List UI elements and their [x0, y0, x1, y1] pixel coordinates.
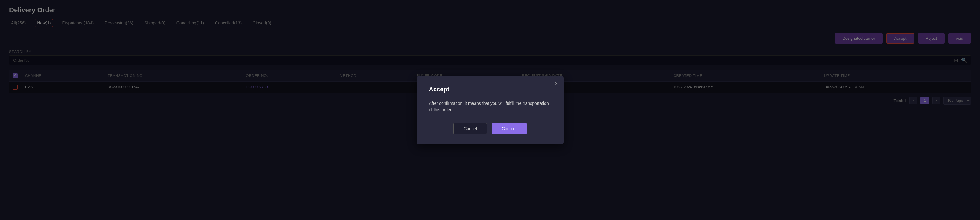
modal-box: Accept × After confirmation, it means th… — [417, 76, 563, 144]
modal-title: Accept — [429, 86, 551, 93]
modal-footer: Cancel Confirm — [429, 123, 551, 135]
modal-cancel-button[interactable]: Cancel — [453, 123, 487, 135]
modal-overlay: Accept × After confirmation, it means th… — [0, 0, 980, 220]
modal-close-button[interactable]: × — [555, 80, 558, 87]
modal-confirm-button[interactable]: Confirm — [492, 123, 527, 135]
modal-body: After confirmation, it means that you wi… — [429, 100, 551, 113]
